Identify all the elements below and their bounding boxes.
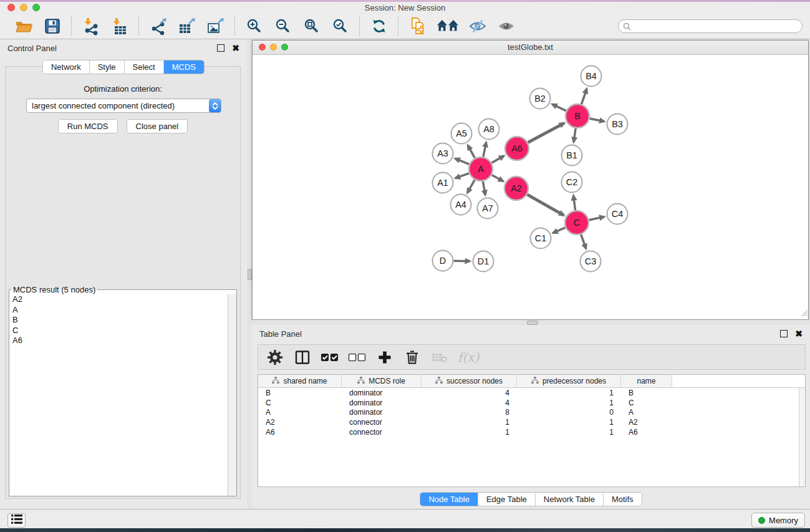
open-session-button[interactable]	[14, 17, 33, 36]
refresh-layout-button[interactable]	[370, 17, 388, 36]
import-table-button[interactable]	[110, 17, 129, 36]
table-scrollbar[interactable]	[799, 388, 805, 486]
mcds-result-item[interactable]: C	[9, 326, 236, 336]
zoom-in-button[interactable]	[245, 17, 264, 36]
table-cell[interactable]: 1	[517, 389, 621, 397]
show-all-networks-button[interactable]	[437, 17, 458, 36]
graph-node-B[interactable]: B	[566, 104, 589, 128]
table-cell[interactable]: 0	[517, 408, 621, 417]
memory-button[interactable]: Memory	[751, 513, 805, 528]
table-cell[interactable]: dominator	[342, 389, 422, 397]
graph-edge-B-B2[interactable]	[552, 104, 566, 110]
network-minimize-button[interactable]	[270, 44, 277, 51]
graph-node-A5[interactable]: A5	[451, 123, 472, 144]
table-cell[interactable]: B	[621, 389, 672, 397]
search-input[interactable]	[618, 19, 803, 33]
horizontal-split-divider[interactable]	[252, 320, 810, 325]
mcds-result-item[interactable]: B	[9, 315, 236, 326]
zoom-selected-button[interactable]	[331, 17, 350, 36]
table-cell[interactable]: 1	[422, 418, 517, 427]
table-cell[interactable]: C	[258, 399, 342, 407]
export-table-button[interactable]	[178, 17, 196, 36]
graph-edge-A-A7[interactable]	[483, 181, 485, 195]
table-cell[interactable]: connector	[342, 428, 422, 437]
graph-node-C4[interactable]: C4	[607, 204, 628, 225]
tab-mcds[interactable]: MCDS	[163, 60, 204, 74]
column-header-name[interactable]: name	[621, 375, 672, 388]
table-row[interactable]: Bdominator41B	[258, 388, 805, 398]
graph-node-A4[interactable]: A4	[451, 195, 471, 215]
graph-node-A6[interactable]: A6	[505, 137, 529, 160]
hide-annotations-button[interactable]	[468, 17, 487, 36]
table-row[interactable]: A6connector11A6	[258, 427, 805, 437]
float-panel-icon[interactable]	[217, 44, 224, 52]
table-cell[interactable]: 1	[517, 428, 621, 437]
minimize-window-button[interactable]	[20, 4, 27, 11]
tab-network[interactable]: Network	[43, 60, 89, 74]
close-panel-button[interactable]: Close panel	[127, 119, 188, 133]
table-cell[interactable]: C	[621, 399, 672, 407]
table-cell[interactable]: A2	[258, 418, 342, 427]
zoom-out-button[interactable]	[274, 17, 292, 36]
table-cell[interactable]: 4	[422, 389, 517, 397]
network-canvas[interactable]: B4B2BB3A8A5A6A3B1AC2A1A2A4A7C4CC1C3DD1	[253, 55, 808, 319]
graph-node-B2[interactable]: B2	[530, 89, 551, 109]
export-image-button[interactable]	[206, 17, 225, 36]
table-cell[interactable]: B	[258, 389, 342, 397]
graph-node-A2[interactable]: A2	[504, 177, 528, 200]
import-network-button[interactable]	[82, 17, 100, 36]
unselect-all-rows-button[interactable]	[348, 348, 367, 367]
column-header-mcds-role[interactable]: MCDS role	[342, 375, 422, 388]
table-cell[interactable]: 4	[422, 399, 517, 407]
table-tab-network-table[interactable]: Network Table	[535, 493, 603, 506]
graph-edge-A-A2[interactable]	[492, 175, 503, 181]
resize-grip-icon[interactable]	[799, 307, 808, 319]
horizontal-split-handle[interactable]	[527, 321, 538, 325]
zoom-fit-button[interactable]	[302, 17, 321, 36]
graph-node-A8[interactable]: A8	[479, 119, 499, 140]
table-cell[interactable]: A6	[258, 428, 342, 437]
mcds-list-scrollbar[interactable]	[228, 294, 236, 496]
table-row[interactable]: Cdominator41C	[258, 398, 805, 408]
graph-edge-A-A8[interactable]	[483, 142, 486, 157]
graph-node-C3[interactable]: C3	[581, 251, 601, 272]
graph-node-B1[interactable]: B1	[562, 145, 582, 166]
table-cell[interactable]: A	[621, 408, 672, 417]
close-table-panel-icon[interactable]: ✖	[795, 331, 803, 337]
column-header-predecessor-nodes[interactable]: predecessor nodes	[517, 375, 621, 388]
save-session-button[interactable]	[43, 17, 62, 36]
tab-style[interactable]: Style	[89, 60, 124, 74]
table-settings-button[interactable]	[266, 348, 284, 367]
export-network-button[interactable]	[149, 17, 168, 36]
panel-list-button[interactable]	[7, 513, 26, 528]
graph-edge-C-C1[interactable]	[553, 228, 566, 233]
split-view-button[interactable]	[293, 348, 312, 367]
graph-node-C[interactable]: C	[565, 211, 589, 235]
graph-edge-A2-C[interactable]	[527, 195, 564, 215]
table-tab-node-table[interactable]: Node Table	[420, 493, 478, 506]
graph-node-A7[interactable]: A7	[478, 198, 498, 219]
graph-edge-C-C3[interactable]	[581, 235, 586, 249]
graph-edge-A-A5[interactable]	[468, 145, 475, 158]
close-window-button[interactable]	[7, 4, 15, 11]
graph-edge-B-B4[interactable]	[582, 89, 587, 104]
graph-edge-A-A6[interactable]	[491, 156, 504, 163]
add-column-button[interactable]	[375, 348, 394, 367]
graph-edge-A6-B[interactable]	[528, 123, 564, 142]
table-cell[interactable]: A	[258, 408, 342, 417]
graph-edge-C-C2[interactable]	[574, 195, 576, 210]
network-zoom-button[interactable]	[281, 44, 288, 51]
float-table-panel-icon[interactable]	[780, 330, 788, 337]
table-tab-edge-table[interactable]: Edge Table	[478, 493, 535, 506]
graph-node-D1[interactable]: D1	[473, 251, 494, 272]
table-cell[interactable]: A2	[621, 418, 672, 427]
run-mcds-button[interactable]: Run MCDS	[58, 119, 118, 133]
graph-edge-A-A1[interactable]	[455, 173, 469, 178]
duplicate-network-button[interactable]	[408, 17, 427, 36]
vertical-split-divider[interactable]	[247, 39, 252, 509]
graph-node-A1[interactable]: A1	[433, 173, 453, 193]
graph-edge-C-C4[interactable]	[589, 217, 604, 220]
graph-edge-A-A3[interactable]	[455, 158, 470, 164]
table-cell[interactable]: 1	[517, 399, 621, 407]
tab-select[interactable]: Select	[124, 60, 163, 74]
